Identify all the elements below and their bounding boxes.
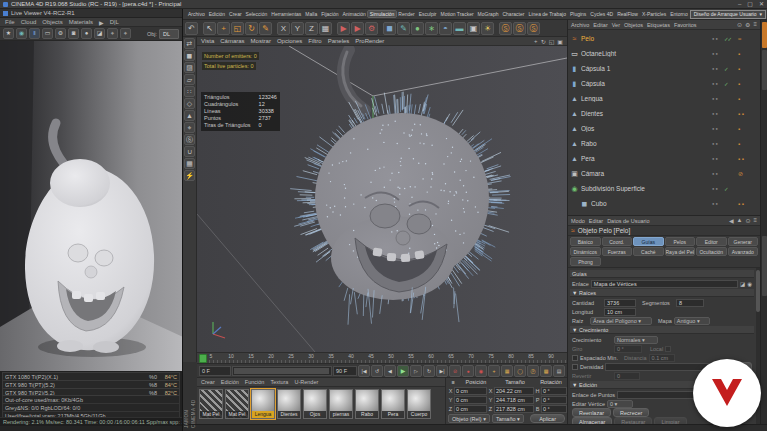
enable-check-icon[interactable]: ✓ bbox=[724, 186, 736, 192]
cantidad-field[interactable]: 3736 bbox=[604, 299, 636, 307]
material-menu-item[interactable]: Crear bbox=[201, 379, 215, 385]
edges-mode-icon[interactable]: ◇ bbox=[184, 98, 195, 109]
menu-item[interactable]: Selección bbox=[244, 11, 270, 17]
object-name[interactable]: Cámara bbox=[581, 170, 710, 177]
visibility-dots[interactable]: ●● bbox=[712, 171, 722, 176]
object-manager-menu-item[interactable]: Etiquetas bbox=[647, 22, 670, 28]
autokey-button[interactable]: ⊘ bbox=[449, 365, 461, 377]
attribute-tab[interactable]: Guías bbox=[633, 237, 664, 246]
frame-range-slider[interactable] bbox=[232, 366, 332, 376]
almacenar-button[interactable]: Almacenar bbox=[572, 417, 612, 424]
object-name[interactable]: Pera bbox=[581, 155, 710, 162]
window-titlebar[interactable]: CINEMA 4D R19.068 Studio (RC - R19) - [p… bbox=[0, 0, 767, 9]
menu-item[interactable]: Entorno bbox=[668, 11, 690, 17]
size-field[interactable]: 244.718 cm bbox=[494, 396, 534, 404]
attribute-tab[interactable]: Coord. bbox=[602, 237, 633, 246]
coord-burger-icon[interactable]: ≡ bbox=[448, 379, 458, 386]
obj-select[interactable]: DL bbox=[159, 29, 179, 39]
camera-icon[interactable]: ▣ bbox=[467, 22, 480, 35]
visibility-dots[interactable]: ●● bbox=[712, 51, 722, 56]
keyframe-selection-button[interactable]: ◉ bbox=[475, 365, 487, 377]
mograph-icon[interactable]: ∗ bbox=[425, 22, 438, 35]
enable-check-icon[interactable]: ✓ bbox=[724, 81, 736, 87]
attribute-menu-item[interactable]: Datos de Usuario bbox=[607, 218, 650, 224]
timeline-ruler[interactable]: 51015202530354045505560657075808590 bbox=[197, 352, 567, 363]
generators-icon[interactable]: ● bbox=[411, 22, 424, 35]
key-rotation-button[interactable]: ◯ bbox=[514, 365, 526, 377]
object-tags[interactable]: ⊘ bbox=[738, 170, 758, 177]
gear-icon[interactable]: ⚙ bbox=[55, 28, 66, 39]
back-arrow-icon[interactable]: ◀ bbox=[729, 217, 734, 224]
timeline-playhead[interactable] bbox=[199, 354, 207, 363]
step-forward-button[interactable]: ▷ bbox=[410, 365, 422, 377]
loop-back-button[interactable]: ↺ bbox=[371, 365, 383, 377]
menu-item[interactable]: Línea de Trabajo bbox=[526, 11, 568, 17]
object-tags[interactable]: ▪ bbox=[738, 81, 758, 87]
object-tags[interactable]: ▪ ▪ bbox=[738, 111, 758, 117]
y-axis-button[interactable]: Y bbox=[291, 22, 304, 35]
visibility-dots[interactable]: ●● bbox=[712, 81, 722, 86]
object-row-capsula-1[interactable]: ▮ Cápsula 1 ●● ✓ ▪ bbox=[568, 61, 760, 76]
longitud-field[interactable]: 10 cm bbox=[604, 308, 636, 316]
attribute-tab[interactable]: Caché bbox=[633, 247, 664, 256]
key-position-button[interactable]: + bbox=[488, 365, 500, 377]
maximize-button[interactable]: ▢ bbox=[747, 0, 753, 9]
pause-icon[interactable]: ‖ bbox=[29, 28, 40, 39]
separator[interactable] bbox=[495, 22, 498, 35]
material-mat-pel-2[interactable]: Mat Pel bbox=[225, 389, 249, 419]
maximize-view-icon[interactable]: ▣ bbox=[557, 38, 563, 45]
visibility-dots[interactable]: ●● bbox=[712, 126, 722, 131]
workplane-icon[interactable]: ▦ bbox=[184, 158, 195, 169]
object-manager-menu-item[interactable]: Favoritos bbox=[674, 22, 697, 28]
material-menu-item[interactable]: U-Render bbox=[294, 379, 318, 385]
goto-start-button[interactable]: |◀ bbox=[358, 365, 370, 377]
visibility-dots[interactable]: ●● bbox=[712, 141, 722, 146]
object-tags[interactable]: ▪ bbox=[738, 51, 758, 57]
material-cuerpo[interactable]: Cuerpo bbox=[407, 389, 431, 419]
object-row-camara[interactable]: ▣ Cámara ●● ⊘ bbox=[568, 166, 760, 181]
object-tags[interactable]: ▪ bbox=[738, 141, 758, 147]
object-manager-menu-item[interactable]: Ver bbox=[612, 22, 620, 28]
panel-menu-icon[interactable]: ≡ bbox=[753, 217, 757, 224]
visibility-dots[interactable]: ●● bbox=[712, 156, 722, 161]
texture-mode-icon[interactable]: ▨ bbox=[184, 62, 195, 73]
focus-picker-icon[interactable]: ◪ bbox=[94, 28, 105, 39]
editar-vertice-select[interactable]: 0 ▾ bbox=[607, 400, 633, 408]
giro-field[interactable]: 0 ° bbox=[614, 345, 642, 353]
viewport-menu-item[interactable]: Paneles bbox=[328, 38, 350, 44]
object-name[interactable]: Pelo bbox=[581, 35, 710, 42]
menu-item[interactable]: Archivo bbox=[186, 11, 207, 17]
attribute-tab[interactable]: Avanzado bbox=[728, 247, 759, 256]
section-guias[interactable]: Guías bbox=[570, 270, 754, 278]
undo-icon[interactable]: ↶ bbox=[185, 22, 198, 35]
object-name[interactable]: OctaneLight bbox=[581, 50, 710, 57]
object-row-capsula[interactable]: ▮ Cápsula ●● ✓ ▪ bbox=[568, 76, 760, 91]
make-editable-icon[interactable]: ⇄ bbox=[184, 38, 195, 49]
pan-view-icon[interactable]: + bbox=[534, 38, 538, 45]
object-pin-icon[interactable]: ⌖ bbox=[120, 28, 131, 39]
coord-size-select[interactable]: Tamaño ▾ bbox=[492, 414, 524, 423]
live-viewer-render-canvas[interactable] bbox=[0, 41, 182, 371]
viewport-menu-item[interactable]: Filtro bbox=[308, 38, 321, 44]
object-row-subdivision-superficie[interactable]: ◉ Subdivisión Superficie ●● ✓ bbox=[568, 181, 760, 196]
zoom-view-icon[interactable]: ◱ bbox=[549, 38, 555, 45]
object-manager-menu-item[interactable]: Editar bbox=[593, 22, 607, 28]
separator[interactable] bbox=[199, 22, 202, 35]
coord-system-icon[interactable]: ▦ bbox=[319, 22, 332, 35]
octane-settings-icon[interactable]: Ⓢ bbox=[527, 22, 540, 35]
menu-item[interactable]: Cycles 4D bbox=[588, 11, 615, 17]
render-view-icon[interactable]: ▶ bbox=[337, 22, 350, 35]
rotation-field[interactable]: 0 ° bbox=[541, 396, 567, 404]
minimize-button[interactable]: – bbox=[738, 0, 741, 9]
recrecer-button[interactable]: Recrecer bbox=[613, 408, 649, 417]
object-row-lengua[interactable]: ▲ Lengua ●● ▪ bbox=[568, 91, 760, 106]
scale-tool-icon[interactable]: ◱ bbox=[231, 22, 244, 35]
attribute-menu-item[interactable]: Modo bbox=[571, 218, 585, 224]
play-backward-button[interactable]: ◀ bbox=[384, 365, 396, 377]
attribute-tab[interactable]: Básico bbox=[570, 237, 601, 246]
deformer-icon[interactable]: ◓ bbox=[439, 22, 452, 35]
object-name[interactable]: Ojos bbox=[581, 125, 710, 132]
apply-button[interactable]: Aplicar bbox=[530, 414, 565, 423]
key-scale-button[interactable]: ▦ bbox=[501, 365, 513, 377]
visibility-dots[interactable]: ●● bbox=[712, 186, 722, 191]
